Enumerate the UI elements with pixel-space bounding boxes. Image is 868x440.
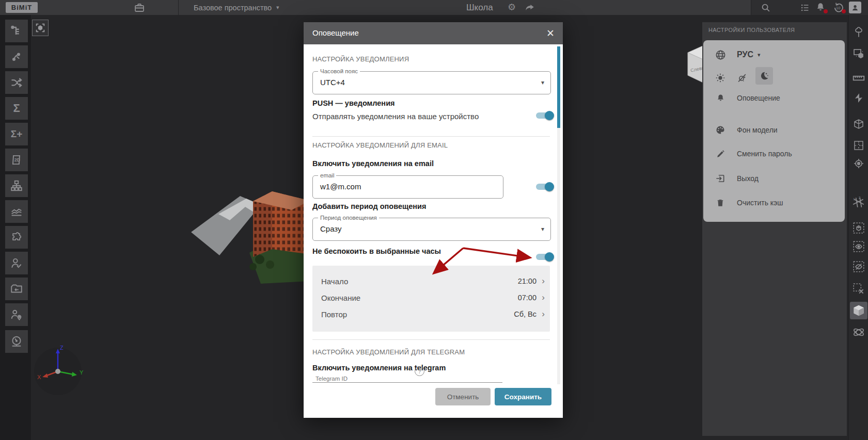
dark-theme-moon-icon (759, 70, 770, 82)
dnd-row-value: Сб, Вс (514, 310, 536, 318)
sum-button[interactable]: Σ (5, 97, 28, 120)
orbit-icon (852, 325, 865, 339)
share-icon[interactable] (524, 2, 535, 13)
svg-text:2: 2 (859, 196, 860, 199)
dnd-title: Не беспокоить в выбранные часы (312, 247, 441, 255)
menu-item-label: Сменить пароль (737, 150, 792, 158)
user-icon (851, 4, 859, 12)
user-check-button[interactable] (5, 252, 28, 274)
push-toggle[interactable] (534, 110, 554, 121)
folder-share-icon (10, 282, 23, 296)
sheet-2d-button[interactable]: 2D (5, 149, 28, 171)
chevron-right-icon: › (536, 309, 550, 319)
isolate-cube-icon (852, 221, 865, 235)
chevron-right-icon: › (536, 276, 550, 286)
telegram-id-input[interactable] (312, 382, 502, 383)
light-theme-icon[interactable] (714, 72, 727, 84)
cube-icon (852, 304, 865, 317)
close-icon[interactable]: ✕ (544, 27, 557, 39)
list-icon[interactable] (800, 3, 810, 13)
focus-target-button[interactable] (850, 155, 867, 172)
shuffle-button[interactable] (5, 71, 28, 94)
user-check-icon (10, 256, 23, 270)
select-region-button[interactable] (850, 45, 867, 62)
clash-button[interactable] (850, 89, 867, 107)
menu-item-clear-cache[interactable]: Очистить кэш (703, 195, 845, 210)
pencil-icon (714, 149, 727, 159)
bimit-app: Слева Сзади Z X Y ? BiMiT Базовое простр… (0, 0, 868, 440)
language-selector[interactable]: РУС ▾ (703, 47, 845, 62)
telegram-id-label: Telegram ID (315, 376, 348, 382)
section-box-button[interactable] (850, 115, 867, 133)
user-location-icon (10, 308, 23, 321)
select-path-button[interactable] (5, 45, 28, 68)
workspace-caret-icon[interactable]: ▾ (276, 4, 279, 11)
hide-button[interactable] (850, 258, 867, 275)
dnd-row-end[interactable]: Окончание 07:00 › (312, 289, 550, 306)
telegram-help-icon[interactable]: ? (415, 366, 424, 376)
search-icon[interactable] (760, 2, 771, 13)
menu-item-label: Очистить кэш (737, 199, 783, 207)
workspace-selector[interactable]: Базовое пространство (194, 4, 272, 12)
charts-button[interactable] (5, 200, 28, 223)
structure-button[interactable] (5, 174, 28, 197)
model-cube-button[interactable] (850, 302, 867, 319)
period-label: Период оповещения (318, 215, 379, 221)
user-profile-button[interactable] (849, 2, 861, 13)
app-logo[interactable]: BiMiT (6, 2, 38, 13)
axis-gizmo[interactable]: Z X Y (30, 341, 89, 401)
isolate-button[interactable] (850, 219, 867, 237)
axes-grid-icon: 12 (852, 195, 865, 209)
history-icon[interactable]: 10 (832, 1, 845, 14)
auto-theme-icon[interactable] (736, 72, 748, 84)
dnd-row-start[interactable]: Начало 21:00 › (312, 273, 550, 289)
measure-button[interactable] (850, 69, 867, 87)
menu-item-change-password[interactable]: Сменить пароль (703, 146, 845, 161)
clear-selection-button[interactable] (850, 280, 867, 298)
timezone-select[interactable]: Часовой пояс UTC+4 ▾ (312, 71, 551, 94)
menu-item-logout[interactable]: Выход (703, 171, 845, 186)
project-title: Школа (466, 3, 493, 13)
view-tools-column: 12 (848, 15, 868, 440)
frame-selection-button[interactable] (32, 20, 49, 36)
notifications-badge (824, 9, 828, 13)
period-select[interactable]: Период оповещения Сразу ▾ (312, 218, 551, 241)
user-location-button[interactable] (5, 303, 28, 326)
email-input[interactable]: email w1@m.com (312, 175, 503, 199)
left-toolbar: Σ Σ+ 2D (0, 15, 31, 440)
coordinate-grid-button[interactable]: 12 (850, 193, 867, 211)
dark-theme-selected[interactable] (755, 67, 773, 85)
dialog-scrollbar-thumb[interactable] (557, 46, 560, 128)
folder-share-button[interactable] (5, 278, 28, 300)
email-enable-label: Включить уведомления на email (312, 159, 434, 168)
project-settings-gear-icon[interactable]: ⚙ (508, 2, 516, 13)
sum-icon: Σ (13, 102, 20, 115)
briefcase-icon[interactable] (133, 2, 146, 14)
dashboard-button[interactable] (5, 330, 28, 353)
show-button[interactable] (850, 238, 867, 255)
notifications-bell-icon[interactable] (815, 2, 827, 14)
dialog-scrollbar[interactable] (557, 46, 560, 384)
cancel-button[interactable]: Отменить (435, 388, 491, 405)
model-viewport[interactable] (188, 152, 312, 286)
eye-slash-icon (852, 260, 865, 273)
dnd-row-repeat[interactable]: Повтор Сб, Вс › (312, 306, 550, 322)
section-tree-button[interactable] (850, 24, 867, 41)
dnd-row-label: Повтор (321, 310, 514, 319)
period-value: Сразу (320, 224, 342, 233)
target-icon (853, 157, 865, 170)
plugins-button[interactable] (5, 226, 28, 249)
orbit-button[interactable] (850, 323, 867, 341)
floor-plan-button[interactable] (850, 137, 867, 154)
dashboard-gauge-icon (10, 335, 23, 348)
menu-item-model-background[interactable]: Фон модели (703, 122, 845, 138)
user-settings-panel: НАСТРОЙКИ ПОЛЬЗОВАТЕЛЯ РУС ▾ (702, 22, 847, 436)
model-tree-button[interactable] (5, 20, 28, 42)
globe-icon (714, 49, 727, 61)
save-button[interactable]: Сохранить (495, 388, 551, 405)
dnd-toggle[interactable] (534, 252, 554, 262)
section-notification: НАСТРОЙКА УВЕДОМЛЕНИЯ (312, 55, 409, 63)
email-toggle[interactable] (534, 182, 554, 192)
menu-item-notifications[interactable]: Оповещение (703, 90, 845, 106)
sum-add-button[interactable]: Σ+ (5, 123, 28, 145)
